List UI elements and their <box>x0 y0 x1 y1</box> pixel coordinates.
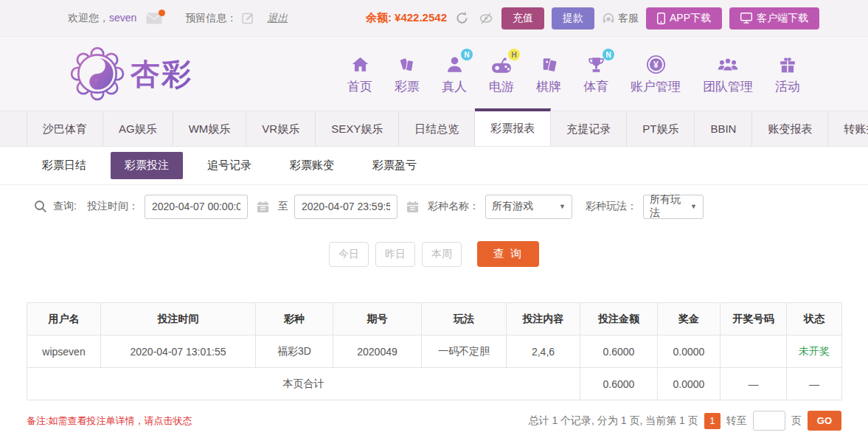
play-type-select[interactable]: 所有玩法 ▼ <box>643 195 704 219</box>
nav-item-egames[interactable]: H 电游 <box>489 52 514 95</box>
monitor-icon <box>740 13 752 24</box>
customer-service-link[interactable]: 客服 <box>602 12 639 25</box>
tab-deposit-withdraw-records[interactable]: 充提记录 <box>551 111 627 146</box>
app-download-button[interactable]: APP下载 <box>646 7 722 29</box>
summary-row: 本页合计 0.6000 0.0000 — — <box>27 368 842 400</box>
gamepad-icon <box>490 57 513 74</box>
today-button[interactable]: 今日 <box>329 242 369 267</box>
col-status: 状态 <box>787 303 842 336</box>
tab-bbin[interactable]: BBIN <box>695 111 752 146</box>
cell-lottery: 福彩3D <box>256 336 333 368</box>
nav-item-live[interactable]: N 真人 <box>442 52 467 95</box>
goto-label: 转至 <box>726 414 747 428</box>
to-label: 至 <box>278 200 288 213</box>
calendar-icon[interactable] <box>257 201 269 213</box>
nav-item-account[interactable]: ¥ 账户管理 <box>631 52 681 95</box>
col-draw-number: 开奖号码 <box>721 303 787 336</box>
balance-text: 余额: ¥422.2542 <box>366 11 447 25</box>
client-download-button[interactable]: 客户端下载 <box>729 7 819 29</box>
lottery-subtab-bar: 彩票日结 彩票投注 追号记录 彩票账变 彩票盈亏 <box>0 147 868 185</box>
cell-prize: 0.0000 <box>658 336 721 368</box>
gift-icon <box>778 55 797 74</box>
edit-icon[interactable] <box>242 12 254 24</box>
tab-wm[interactable]: WM娱乐 <box>173 111 247 146</box>
bets-table: 用户名 投注时间 彩种 期号 玩法 投注内容 投注金额 奖金 开奖号码 状态 w… <box>27 302 842 400</box>
withdraw-button[interactable]: 提款 <box>552 7 594 29</box>
new-badge: N <box>603 49 614 60</box>
table-footer: 备注:如需查看投注单详情，请点击状态 总计 1 个记录, 分为 1 页, 当前第… <box>0 411 868 431</box>
cell-username: wipseven <box>27 336 101 368</box>
subtab-lottery-daily[interactable]: 彩票日结 <box>28 152 100 179</box>
nav-item-sports[interactable]: N 体育 <box>583 52 608 95</box>
notification-dot <box>159 10 165 16</box>
refresh-balance-icon[interactable] <box>454 10 471 27</box>
col-issue: 期号 <box>333 303 422 336</box>
tab-lottery-report[interactable]: 彩票报表 <box>475 108 551 146</box>
col-content: 投注内容 <box>507 303 580 336</box>
subtab-lottery-account-change[interactable]: 彩票账变 <box>276 152 348 179</box>
summary-draw-number: — <box>721 368 787 400</box>
col-username: 用户名 <box>27 303 101 336</box>
nav-item-boardgames[interactable]: 棋牌 <box>536 52 561 95</box>
subtab-chase-records[interactable]: 追号记录 <box>193 152 265 179</box>
filter-bar: 查询: 投注时间： 至 彩种名称： 所有游戏 ▼ 彩种玩法： 所有玩法 ▼ <box>0 185 868 228</box>
tab-shaba-sports[interactable]: 沙巴体育 <box>27 111 103 146</box>
customer-service-label: 客服 <box>618 12 639 25</box>
pagination: 总计 1 个记录, 分为 1 页, 当前第 1 页 1 转至 页 GO <box>529 411 842 431</box>
summary-status: — <box>787 368 842 400</box>
nav-item-lottery[interactable]: 彩票 <box>395 52 420 95</box>
col-bet-time: 投注时间 <box>101 303 256 336</box>
cell-issue: 2020049 <box>333 336 422 368</box>
logo-text: 杏彩 <box>131 54 192 94</box>
site-header: 杏彩 首页 彩票 N 真人 <box>0 37 868 111</box>
nav-item-home[interactable]: 首页 <box>347 52 372 95</box>
site-logo[interactable]: 杏彩 <box>70 46 192 101</box>
table-row: wipseven 2020-04-07 13:01:55 福彩3D 202004… <box>27 336 842 368</box>
col-play: 玩法 <box>422 303 507 336</box>
page-number-button[interactable]: 1 <box>704 413 721 429</box>
nav-item-promotions[interactable]: 活动 <box>775 52 800 95</box>
lottery-name-label: 彩种名称： <box>428 200 479 213</box>
lottery-name-select[interactable]: 所有游戏 ▼ <box>485 195 572 219</box>
username[interactable]: seven <box>109 12 136 24</box>
tickets-icon <box>397 55 417 74</box>
play-type-label: 彩种玩法： <box>586 200 637 213</box>
query-button[interactable]: 查 询 <box>477 241 539 267</box>
tab-vr[interactable]: VR娱乐 <box>246 111 316 146</box>
this-week-button[interactable]: 本周 <box>422 242 462 267</box>
goto-page-input[interactable] <box>753 411 785 431</box>
coin-icon: ¥ <box>646 55 666 74</box>
search-icon <box>34 200 47 213</box>
summary-label: 本页合计 <box>27 368 580 400</box>
main-nav: 首页 彩票 N 真人 H 电游 <box>347 52 800 95</box>
top-bar: 欢迎您，seven 预留信息： 退出 余额: ¥422.2542 充值 提款 客… <box>0 0 868 37</box>
yesterday-button[interactable]: 昨日 <box>375 242 415 267</box>
team-icon <box>717 55 739 74</box>
tab-daily-overview[interactable]: 日结总览 <box>399 111 475 146</box>
tab-transfer-report[interactable]: 转账报表 <box>828 111 868 146</box>
report-tab-bar: 沙巴体育 AG娱乐 WM娱乐 VR娱乐 SEXY娱乐 日结总览 彩票报表 充提记… <box>0 111 868 147</box>
time-to-input[interactable] <box>294 195 397 219</box>
tab-ag[interactable]: AG娱乐 <box>103 111 173 146</box>
hot-badge: H <box>508 49 520 60</box>
svg-text:¥: ¥ <box>653 60 659 70</box>
message-icon[interactable] <box>146 13 162 24</box>
tab-sexy[interactable]: SEXY娱乐 <box>316 111 399 146</box>
cell-content: 2,4,6 <box>507 336 580 368</box>
page-unit-label: 页 <box>791 414 802 428</box>
tab-account-change-report[interactable]: 账变报表 <box>752 111 828 146</box>
go-button[interactable]: GO <box>808 411 841 431</box>
subtab-lottery-bets[interactable]: 彩票投注 <box>111 152 183 179</box>
recharge-button[interactable]: 充值 <box>501 7 544 29</box>
hide-balance-icon[interactable] <box>478 10 494 27</box>
subtab-lottery-profit-loss[interactable]: 彩票盈亏 <box>358 152 431 179</box>
cell-status[interactable]: 未开奖 <box>787 336 842 368</box>
nav-item-team[interactable]: 团队管理 <box>703 52 753 95</box>
note-text: 备注:如需查看投注单详情，请点击状态 <box>27 414 192 428</box>
col-amount: 投注金额 <box>580 303 658 336</box>
time-from-input[interactable] <box>145 195 248 219</box>
balance-value: ¥422.2542 <box>395 11 447 24</box>
logout-link[interactable]: 退出 <box>267 12 288 25</box>
tab-pt[interactable]: PT娱乐 <box>627 111 695 146</box>
calendar-icon[interactable] <box>406 201 419 213</box>
